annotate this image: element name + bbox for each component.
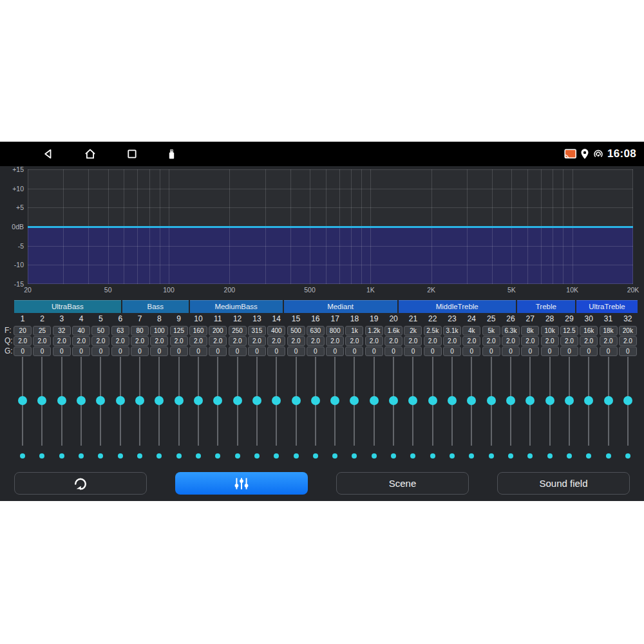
gain-slider[interactable] (227, 356, 247, 446)
gain-slider[interactable] (501, 356, 520, 446)
gain-chip[interactable]: 0 (541, 346, 559, 356)
q-chip[interactable]: 2.0 (209, 336, 227, 346)
gain-slider[interactable] (325, 356, 345, 446)
slider-knob[interactable] (389, 396, 398, 405)
slider-knob[interactable] (604, 396, 613, 405)
q-chip[interactable]: 2.0 (345, 336, 363, 346)
freq-chip[interactable]: 4k (462, 326, 480, 336)
slider-knob[interactable] (330, 396, 339, 405)
freq-chip[interactable]: 40 (72, 326, 90, 336)
freq-chip[interactable]: 125 (170, 326, 188, 336)
slider-knob[interactable] (370, 396, 379, 405)
q-chip[interactable]: 2.0 (189, 336, 207, 346)
gain-slider[interactable] (384, 356, 403, 446)
q-chip[interactable]: 2.0 (307, 336, 325, 346)
slider-knob[interactable] (96, 396, 105, 405)
band-ultrabass[interactable]: UltraBass (14, 300, 121, 313)
freq-chip[interactable]: 20k (619, 326, 637, 336)
freq-chip[interactable]: 10k (541, 326, 559, 336)
gain-chip[interactable]: 0 (462, 346, 480, 356)
gain-chip[interactable]: 0 (307, 346, 325, 356)
freq-chip[interactable]: 2.5k (424, 326, 442, 336)
gain-chip[interactable]: 0 (287, 346, 305, 356)
gain-chip[interactable]: 0 (72, 346, 90, 356)
gain-chip[interactable]: 0 (580, 346, 598, 356)
slider-knob[interactable] (408, 396, 417, 405)
gain-slider[interactable] (462, 356, 481, 446)
q-chip[interactable]: 2.0 (248, 336, 266, 346)
gain-slider[interactable] (520, 356, 540, 446)
slider-knob[interactable] (487, 396, 496, 405)
freq-chip[interactable]: 1.2k (365, 326, 383, 336)
gain-chip[interactable]: 0 (53, 346, 71, 356)
gain-chip[interactable]: 0 (600, 346, 618, 356)
gain-slider[interactable] (169, 356, 189, 446)
gain-slider[interactable] (482, 356, 501, 446)
q-chip[interactable]: 2.0 (404, 336, 422, 346)
slider-knob[interactable] (311, 396, 320, 405)
gain-chip[interactable]: 0 (443, 346, 461, 356)
slider-knob[interactable] (623, 396, 632, 405)
q-chip[interactable]: 2.0 (424, 336, 442, 346)
q-chip[interactable]: 2.0 (131, 336, 149, 346)
q-chip[interactable]: 2.0 (72, 336, 90, 346)
gain-slider[interactable] (189, 356, 208, 446)
gain-slider[interactable] (91, 356, 110, 446)
gain-slider[interactable] (560, 356, 579, 446)
gain-slider[interactable] (111, 356, 130, 446)
freq-chip[interactable]: 800 (326, 326, 344, 336)
q-chip[interactable]: 2.0 (443, 336, 461, 346)
gain-slider[interactable] (267, 356, 286, 446)
slider-knob[interactable] (194, 396, 203, 405)
q-chip[interactable]: 2.0 (365, 336, 383, 346)
slider-knob[interactable] (213, 396, 222, 405)
home-icon[interactable] (84, 147, 97, 160)
gain-slider[interactable] (306, 356, 325, 446)
freq-chip[interactable]: 8k (521, 326, 539, 336)
gain-slider[interactable] (149, 356, 169, 446)
slider-knob[interactable] (565, 396, 574, 405)
freq-chip[interactable]: 400 (267, 326, 285, 336)
band-mediumbass[interactable]: MediumBass (190, 300, 283, 313)
gain-chip[interactable]: 0 (248, 346, 266, 356)
slider-knob[interactable] (506, 396, 515, 405)
q-chip[interactable]: 2.0 (170, 336, 188, 346)
gain-slider[interactable] (579, 356, 598, 446)
slider-knob[interactable] (77, 396, 86, 405)
freq-chip[interactable]: 3.1k (443, 326, 461, 336)
freq-chip[interactable]: 12.5 (560, 326, 578, 336)
gain-chip[interactable]: 0 (209, 346, 227, 356)
slider-knob[interactable] (428, 396, 437, 405)
slider-knob[interactable] (18, 396, 27, 405)
gain-chip[interactable]: 0 (404, 346, 422, 356)
freq-chip[interactable]: 315 (248, 326, 266, 336)
slider-knob[interactable] (175, 396, 184, 405)
gain-slider[interactable] (365, 356, 384, 446)
q-chip[interactable]: 2.0 (502, 336, 520, 346)
freq-chip[interactable]: 250 (229, 326, 247, 336)
gain-slider[interactable] (32, 356, 52, 446)
gain-chip[interactable]: 0 (229, 346, 247, 356)
band-bass[interactable]: Bass (122, 300, 189, 313)
slider-knob[interactable] (252, 396, 261, 405)
gain-slider[interactable] (403, 356, 422, 446)
gain-chip[interactable]: 0 (111, 346, 129, 356)
q-chip[interactable]: 2.0 (560, 336, 578, 346)
band-treble[interactable]: Treble (517, 300, 575, 313)
freq-chip[interactable]: 25 (33, 326, 51, 336)
gain-chip[interactable]: 0 (560, 346, 578, 356)
gain-slider[interactable] (208, 356, 227, 446)
equalizer-button[interactable] (175, 472, 308, 495)
freq-chip[interactable]: 6.3k (502, 326, 520, 336)
q-chip[interactable]: 2.0 (287, 336, 305, 346)
gain-chip[interactable]: 0 (384, 346, 402, 356)
q-chip[interactable]: 2.0 (91, 336, 109, 346)
slider-knob[interactable] (584, 396, 593, 405)
back-icon[interactable] (41, 147, 54, 160)
slider-knob[interactable] (292, 396, 301, 405)
gain-chip[interactable]: 0 (521, 346, 539, 356)
gain-chip[interactable]: 0 (619, 346, 637, 356)
slider-knob[interactable] (350, 396, 359, 405)
slider-knob[interactable] (272, 396, 281, 405)
q-chip[interactable]: 2.0 (33, 336, 51, 346)
